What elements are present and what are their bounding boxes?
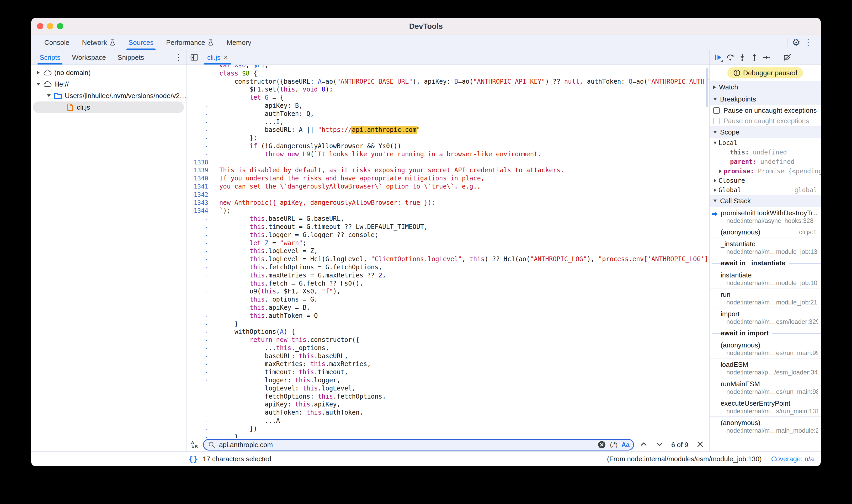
code-line[interactable]: - if (!G.dangerouslyAllowBrowser && Ys0(…: [187, 142, 709, 150]
call-stack-section-header[interactable]: Call Stack: [710, 195, 821, 207]
code-line[interactable]: - }: [187, 433, 709, 438]
code-line[interactable]: - $F1.set(this, void 0);: [187, 86, 709, 94]
code-line[interactable]: - }: [187, 320, 709, 328]
line-gutter[interactable]: -: [187, 223, 216, 231]
line-gutter[interactable]: -: [187, 360, 216, 368]
line-gutter[interactable]: 1339: [187, 166, 216, 174]
call-stack-frame[interactable]: executeUserEntryPointnode:internal/m…s/r…: [710, 397, 821, 417]
line-gutter[interactable]: -: [187, 247, 216, 255]
code-line[interactable]: - logLevel: this.logLevel,: [187, 384, 709, 393]
call-stack-frame[interactable]: loadESMnode:internal/p…/esm_loader:34: [710, 358, 821, 378]
checkbox[interactable]: [713, 118, 720, 124]
coverage-link[interactable]: Coverage: n/a: [771, 455, 814, 463]
code-line[interactable]: 1342: [187, 191, 709, 199]
pause-exceptions-row[interactable]: Pause on uncaught exceptions: [710, 105, 821, 116]
line-gutter[interactable]: 1340: [187, 174, 216, 182]
code-line[interactable]: - this.fetchOptions = G.fetchOptions,: [187, 263, 709, 271]
scope-row[interactable]: Closure: [710, 176, 821, 185]
chevron-down-icon[interactable]: [712, 142, 718, 144]
code-line[interactable]: 1341you can set the \`dangerouslyAllowBr…: [187, 182, 709, 191]
step-button[interactable]: [761, 51, 773, 64]
chevron-down-icon[interactable]: [35, 83, 42, 86]
call-stack-frame[interactable]: (anonymous)node:internal/m…es/run_main:9…: [710, 339, 821, 358]
editor-tab-clijs[interactable]: cli.js ×: [202, 50, 233, 65]
replace-toggle-icon[interactable]: A↳B: [190, 441, 203, 449]
code-line[interactable]: - authToken: Q,: [187, 110, 709, 118]
call-stack-frame[interactable]: instantiatenode:internal/m…module_job:10…: [710, 269, 821, 288]
tree-item-users-jinhuilee-nvm-versions-node-v2-[interactable]: Users/jinhuilee/.nvm/versions/node/v2…: [31, 90, 187, 102]
code-line[interactable]: - this.fetch = G.fetch ?? Fs0(),: [187, 280, 709, 288]
scope-row[interactable]: this: undefined: [710, 148, 821, 157]
line-gutter[interactable]: -: [187, 78, 216, 86]
scope-row[interactable]: Local: [710, 138, 821, 148]
tab-sources[interactable]: Sources: [122, 35, 160, 50]
line-gutter[interactable]: -: [187, 86, 216, 94]
call-stack-frame[interactable]: promiseInitHookWithDestroyTr…node:intern…: [710, 207, 821, 226]
line-gutter[interactable]: -: [187, 110, 216, 118]
line-gutter[interactable]: 1344: [187, 206, 216, 215]
code-line[interactable]: - ...I,: [187, 118, 709, 126]
scope-section-header[interactable]: Scope: [710, 126, 821, 138]
line-gutter[interactable]: -: [187, 271, 216, 280]
code-line[interactable]: - this.baseURL = G.baseURL,: [187, 215, 709, 223]
code-line[interactable]: - ...this._options,: [187, 344, 709, 352]
call-stack-frame[interactable]: importnode:internal/m…esm/loader:329: [710, 308, 821, 327]
code-line[interactable]: - let Z = "warn";: [187, 239, 709, 247]
code-line[interactable]: var Xs0, $F1;: [187, 65, 709, 70]
line-gutter[interactable]: -: [187, 433, 216, 438]
settings-gear-icon[interactable]: ⚙: [792, 38, 800, 47]
code-line[interactable]: - maxRetries: this.maxRetries,: [187, 360, 709, 368]
code-line[interactable]: - this.logLevel = Z,: [187, 247, 709, 255]
line-gutter[interactable]: -: [187, 126, 216, 134]
chevron-right-icon[interactable]: [717, 169, 724, 173]
line-gutter[interactable]: -: [187, 295, 216, 304]
call-stack-frame[interactable]: runnode:internal/m…module_job:214: [710, 288, 821, 308]
code-line[interactable]: - let G = {: [187, 94, 709, 102]
scope-row[interactable]: parent: undefined: [710, 157, 821, 166]
line-gutter[interactable]: -: [187, 215, 216, 223]
tree-item-file-[interactable]: file://: [31, 78, 187, 90]
line-gutter[interactable]: -: [187, 231, 216, 239]
code-line[interactable]: - this.timeout = G.timeout ?? Lw.DEFAULT…: [187, 223, 709, 231]
resume-script-button[interactable]: [712, 51, 724, 64]
more-options-icon[interactable]: ⋮: [800, 38, 816, 47]
code-line[interactable]: - o9(this, $F1, Xs0, "f"),: [187, 287, 709, 295]
code-line[interactable]: - fetchOptions: this.fetchOptions,: [187, 393, 709, 401]
checkbox[interactable]: [713, 107, 720, 114]
pause-exceptions-row[interactable]: Pause on caught exceptions: [710, 116, 821, 126]
code-line[interactable]: - constructor({baseURL: A=ao("ANTHROPIC_…: [187, 78, 709, 86]
navigator-tab-workspace[interactable]: Workspace: [66, 50, 112, 65]
line-gutter[interactable]: -: [187, 150, 216, 158]
chevron-right-icon[interactable]: [712, 179, 718, 182]
search-field[interactable]: (.*) Aa: [203, 439, 634, 450]
pretty-print-icon[interactable]: {}: [189, 455, 199, 463]
code-line[interactable]: - this.logLevel = Hc1(G.logLevel, "Clien…: [187, 255, 709, 263]
call-stack-frame[interactable]: (anonymous)node:internal/m…main_module:2: [710, 417, 821, 436]
line-gutter[interactable]: -: [187, 134, 216, 142]
line-gutter[interactable]: -: [187, 263, 216, 271]
line-gutter[interactable]: [187, 65, 216, 70]
chevron-right-icon[interactable]: [712, 188, 718, 192]
code-line[interactable]: 1344`);: [187, 206, 709, 215]
tab-console[interactable]: Console: [38, 35, 75, 50]
line-gutter[interactable]: -: [187, 417, 216, 425]
line-gutter[interactable]: -: [187, 344, 216, 352]
navigator-more-icon[interactable]: ⋮: [171, 50, 187, 65]
line-gutter[interactable]: -: [187, 70, 216, 78]
line-gutter[interactable]: -: [187, 118, 216, 126]
close-find-icon[interactable]: [696, 440, 704, 449]
editor-scrollbar[interactable]: [706, 68, 708, 107]
chevron-down-icon[interactable]: [46, 94, 52, 97]
line-gutter[interactable]: 1342: [187, 191, 216, 199]
line-gutter[interactable]: 1338: [187, 158, 216, 166]
code-line[interactable]: - apiKey: this.apiKey,: [187, 400, 709, 409]
tab-network[interactable]: Network: [75, 35, 122, 50]
tab-memory[interactable]: Memory: [220, 35, 258, 50]
match-case-toggle[interactable]: Aa: [621, 441, 629, 448]
line-gutter[interactable]: -: [187, 336, 216, 344]
code-line[interactable]: - baseURL: this.baseURL,: [187, 352, 709, 360]
line-gutter[interactable]: -: [187, 142, 216, 150]
breakpoints-section-header[interactable]: Breakpoints: [710, 93, 821, 105]
line-gutter[interactable]: -: [187, 384, 216, 393]
tree-item--no-domain-[interactable]: (no domain): [31, 67, 187, 78]
